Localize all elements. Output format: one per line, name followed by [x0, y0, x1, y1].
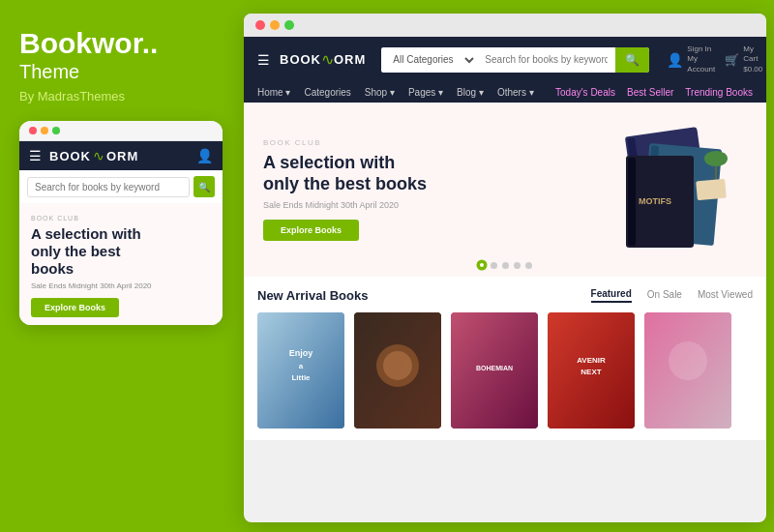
mobile-search-input[interactable]: [27, 177, 190, 197]
desktop-menu-icon[interactable]: ☰: [257, 52, 270, 68]
book-card-5[interactable]: [644, 312, 731, 429]
book-cover-4: AVENIR NEXT: [548, 312, 635, 429]
mobile-logo: BOOK ∿ ORM: [49, 148, 138, 163]
nav-item-pages[interactable]: Pages ▾: [408, 87, 443, 98]
svg-text:NEXT: NEXT: [580, 368, 601, 376]
mobile-logo-orm: ORM: [106, 149, 138, 163]
mobile-dot-green: [52, 127, 60, 134]
book-cover-1: Enjoy a Little: [257, 312, 344, 429]
book-cover-5: [644, 312, 731, 429]
book-cover-2: [354, 312, 441, 429]
mobile-hero-title: A selection with only the best books: [31, 225, 211, 278]
svg-point-26: [669, 341, 707, 380]
desktop-category-select[interactable]: All Categories: [381, 47, 477, 73]
new-arrivals-section: New Arrival Books Featured On Sale Most …: [244, 277, 766, 440]
app-title: Bookwor..: [19, 27, 221, 59]
svg-text:AVENIR: AVENIR: [577, 356, 606, 365]
svg-point-9: [704, 151, 728, 166]
desktop-dot-green: [284, 20, 294, 30]
desktop-search-button[interactable]: 🔍: [615, 47, 649, 73]
desktop-dot-red: [255, 20, 265, 30]
arrivals-header: New Arrival Books Featured On Sale Most …: [257, 288, 753, 303]
desktop-search-wrap: All Categories 🔍: [381, 47, 649, 73]
svg-rect-13: [257, 312, 344, 429]
mobile-explore-button[interactable]: Explore Books: [31, 298, 119, 317]
desktop-hero-content: BOOK CLUB A selection with only the best…: [244, 119, 446, 260]
mobile-logo-text: BOOK: [49, 149, 91, 163]
book-card-3[interactable]: BOHEMIAN: [451, 312, 538, 429]
desktop-search-input[interactable]: [477, 47, 615, 73]
arrivals-title: New Arrival Books: [257, 288, 368, 303]
desktop-cart[interactable]: 🛒 My Cart $0.00: [725, 44, 762, 74]
desktop-hero-label: BOOK CLUB: [263, 138, 427, 147]
svg-text:Enjoy: Enjoy: [289, 348, 313, 358]
svg-text:Little: Little: [291, 373, 311, 382]
desktop-account-text: Sign In My Account: [687, 44, 715, 74]
desktop-nav-left: Home ▾ Categories Shop ▾ Pages ▾ Blog ▾ …: [257, 87, 534, 98]
desktop-window-controls: [244, 14, 766, 37]
svg-text:BOHEMIAN: BOHEMIAN: [476, 365, 513, 371]
book-card-1[interactable]: Enjoy a Little: [257, 312, 344, 429]
nav-item-categories[interactable]: Categories: [304, 87, 350, 98]
svg-rect-11: [696, 179, 727, 201]
desktop-hero-books-illustration: TAKE D MOTIFS: [553, 112, 747, 267]
books-grid: Enjoy a Little: [257, 312, 753, 429]
mobile-search-button[interactable]: 🔍: [194, 176, 215, 197]
mobile-window-controls: [19, 121, 223, 141]
desktop-hero-date: Sale Ends Midnight 30th April 2020: [263, 200, 427, 210]
app-author: By MadrasThemes: [19, 89, 221, 103]
desktop-account-icon: 👤: [667, 52, 683, 68]
desktop-cart-icon: 🛒: [725, 53, 739, 67]
svg-text:a: a: [299, 362, 304, 370]
nav-todays-deals[interactable]: Today's Deals: [555, 87, 615, 98]
desktop-hero-title: A selection with only the best books: [263, 153, 427, 194]
app-subtitle: Theme: [19, 61, 221, 83]
slider-dot-3[interactable]: [502, 262, 509, 269]
left-panel: Bookwor.. Theme By MadrasThemes ☰ BOOK ∿…: [0, 0, 240, 532]
nav-item-others[interactable]: Others ▾: [497, 87, 534, 98]
desktop-logo-orm: ORM: [334, 52, 366, 67]
desktop-explore-button[interactable]: Explore Books: [263, 220, 359, 241]
tab-most-viewed[interactable]: Most Viewed: [698, 289, 753, 302]
mobile-header: ☰ BOOK ∿ ORM 👤: [19, 141, 223, 170]
tab-on-sale[interactable]: On Sale: [647, 289, 682, 302]
nav-trending-books[interactable]: Trending Books: [685, 87, 753, 98]
desktop-account[interactable]: 👤 Sign In My Account: [667, 44, 715, 74]
mobile-logo-wave: ∿: [93, 148, 104, 163]
nav-item-blog[interactable]: Blog ▾: [457, 87, 484, 98]
nav-item-home[interactable]: Home ▾: [257, 87, 290, 98]
desktop-topbar: ☰ BOOK ∿ ORM All Categories 🔍 👤 Sign In …: [244, 37, 766, 82]
slider-dot-5[interactable]: [525, 262, 532, 269]
desktop-logo: BOOK ∿ ORM: [280, 50, 366, 69]
desktop-nav-menu: Home ▾ Categories Shop ▾ Pages ▾ Blog ▾ …: [244, 82, 766, 103]
mobile-hero-date: Sale Ends Midnight 30th April 2020: [31, 281, 211, 290]
tab-featured[interactable]: Featured: [591, 288, 632, 303]
book-card-4[interactable]: AVENIR NEXT: [548, 312, 635, 429]
desktop-nav-right: Today's Deals Best Seller Trending Books: [555, 87, 753, 98]
slider-dot-1[interactable]: [478, 261, 486, 269]
mobile-dot-red: [29, 127, 37, 134]
desktop-logo-wave: ∿: [321, 50, 334, 69]
mobile-dot-orange: [41, 127, 48, 134]
mobile-user-icon[interactable]: 👤: [196, 148, 213, 163]
book-card-2[interactable]: [354, 312, 441, 429]
mobile-hero-label: BOOK CLUB: [31, 215, 211, 222]
nav-item-shop[interactable]: Shop ▾: [365, 87, 395, 98]
desktop-mockup: ☰ BOOK ∿ ORM All Categories 🔍 👤 Sign In …: [244, 14, 766, 522]
slider-dot-2[interactable]: [491, 262, 497, 269]
nav-best-seller[interactable]: Best Seller: [627, 87, 673, 98]
book-cover-3: BOHEMIAN: [451, 312, 538, 429]
desktop-slider-dots: [478, 261, 532, 269]
svg-rect-7: [628, 158, 636, 246]
svg-point-19: [383, 351, 412, 380]
desktop-logo-book: BOOK: [280, 52, 321, 67]
mobile-mockup: ☰ BOOK ∿ ORM 👤 🔍 BOOK CLUB A selection w…: [19, 121, 223, 325]
mobile-menu-icon[interactable]: ☰: [29, 148, 42, 163]
slider-dot-4[interactable]: [514, 262, 521, 269]
mobile-hero: BOOK CLUB A selection with only the best…: [19, 203, 223, 325]
mobile-search-bar: 🔍: [19, 170, 223, 203]
arrivals-tabs: Featured On Sale Most Viewed: [591, 288, 753, 303]
desktop-hero: BOOK CLUB A selection with only the best…: [244, 103, 766, 277]
desktop-cart-text: My Cart $0.00: [743, 44, 762, 74]
desktop-dot-orange: [270, 20, 280, 30]
